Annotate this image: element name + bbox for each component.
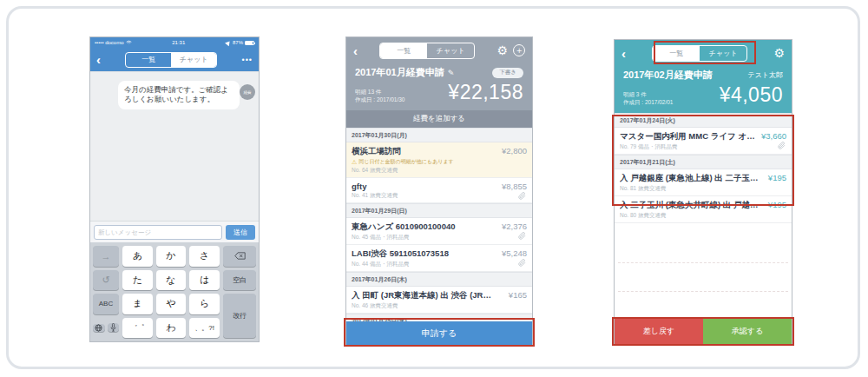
report-title: 2017年02月経費申請 [623, 69, 713, 82]
phone-chat-screen: ••••• docomo 21:31 87% ‹ 一覧 チャット ••• 今月の… [89, 36, 260, 342]
item-subtext: No. 81 旅費交通費 [620, 185, 786, 193]
kbd-dakuten-key[interactable]: ゛゜ [122, 318, 153, 339]
draft-status-badge: 下書き [492, 68, 523, 78]
item-subtext: No. 44 備品・消耗品費 [352, 261, 527, 268]
expense-list-item[interactable]: gfty ¥8,855 No. 41 旅費交通費 [346, 178, 532, 203]
japanese-kana-keyboard: → あ か さ ↺ た な は 空白 ABC ま や ら 改行 [90, 242, 259, 341]
screenshot-canvas: ••••• docomo 21:31 87% ‹ 一覧 チャット ••• 今月の… [0, 0, 868, 377]
report-meta: 明細 13 件 作成日 : 2017/01/30 [355, 88, 404, 105]
status-bar: ••••• docomo 21:31 87% [90, 37, 259, 48]
expense-list-item[interactable]: 入 二子玉川 (東急大井町線) 出 戸越… ¥195 No. 80 旅費交通費 [615, 196, 792, 223]
paperclip-icon [518, 232, 526, 240]
kbd-ha-key[interactable]: は [189, 270, 220, 291]
total-amount: ¥4,050 [720, 83, 783, 107]
kbd-abc-key[interactable]: ABC [93, 294, 119, 314]
date-section-header: 2017年01月24日(火) [615, 113, 792, 128]
expense-list-item[interactable]: 入 田町 (JR東海道本線) 出 渋谷 (JR… ¥165 No. 46 旅費交… [346, 287, 532, 314]
kbd-a-key[interactable]: あ [122, 246, 153, 267]
more-icon[interactable]: ••• [242, 56, 253, 64]
expense-list-item[interactable]: LABI渋谷 5911051073518 ¥5,248 No. 44 備品・消耗… [346, 245, 532, 272]
date-section-header: 2017年01月25日(水) [346, 314, 532, 321]
item-title: 入 二子玉川 (東急大井町線) 出 戸越… [620, 200, 786, 211]
wifi-icon [126, 40, 132, 45]
gear-icon[interactable]: ⚙ [496, 44, 508, 56]
tab-chat[interactable]: チャット [700, 46, 746, 61]
add-expense-button[interactable]: 経費を追加する [346, 110, 532, 128]
duplicate-warning-text: 同じ日付と金額の明細が他にもあります [358, 158, 453, 166]
tab-list[interactable]: 一覧 [126, 53, 171, 67]
total-amount: ¥22,158 [448, 81, 523, 104]
apply-button[interactable]: 申請する [346, 321, 532, 345]
gear-icon[interactable]: ⚙ [773, 47, 785, 59]
reject-button[interactable]: 差し戻す [615, 318, 703, 344]
tab-chat[interactable]: チャット [427, 43, 474, 58]
item-title: 横浜工場訪問 [352, 146, 527, 157]
expense-list-item[interactable]: 東急ハンズ 6010900100040 ¥2,376 No. 45 備品・消耗品… [346, 218, 532, 245]
expense-nav-bar: ‹ 一覧 チャット ⚙ [615, 40, 792, 66]
back-chevron-icon[interactable]: ‹ [96, 53, 101, 66]
detail-count: 明細 13 件 [355, 89, 381, 95]
kbd-ka-key[interactable]: か [156, 246, 187, 267]
item-title: LABI渋谷 5911051073518 [352, 248, 527, 260]
tab-list[interactable]: 一覧 [380, 43, 427, 58]
kbd-ya-key[interactable]: や [156, 294, 187, 314]
kbd-ra-key[interactable]: ら [189, 294, 220, 314]
item-amount: ¥3,660 [761, 131, 786, 141]
created-date: 作成日 : 2017/02/01 [623, 99, 673, 105]
kbd-next-key[interactable]: → [93, 246, 119, 267]
kbd-na-key[interactable]: な [156, 270, 187, 291]
item-amount: ¥195 [768, 173, 786, 182]
pencil-edit-icon[interactable]: ✎ [448, 69, 455, 77]
applicant-name: テスト太郎 [747, 70, 783, 80]
kbd-ma-key[interactable]: ま [122, 294, 153, 314]
back-chevron-icon[interactable]: ‹ [353, 44, 358, 57]
kbd-punct-key[interactable]: 、。?! [189, 318, 220, 339]
kbd-sa-key[interactable]: さ [189, 246, 220, 267]
back-chevron-icon[interactable]: ‹ [621, 47, 626, 60]
send-button[interactable]: 送信 [226, 225, 255, 240]
kbd-wa-key[interactable]: わ [156, 318, 187, 339]
message-input[interactable] [94, 225, 222, 240]
item-title: 東急ハンズ 6010900100040 [352, 222, 527, 233]
expense-list-item[interactable]: マスター国内利用 MMC ライフ オ… ¥3,660 No. 79 備品・消耗品… [615, 128, 792, 155]
chat-nav-bar: ‹ 一覧 チャット ••• [90, 48, 259, 71]
avatar: 経費 [240, 84, 255, 100]
list-chat-segmented-control: 一覧 チャット [652, 45, 747, 62]
plus-icon[interactable]: ＋ [513, 44, 525, 56]
paperclip-icon [518, 259, 526, 267]
kbd-return-key[interactable]: 改行 [223, 294, 256, 338]
paperclip-icon [778, 142, 786, 149]
message-input-row: 送信 [90, 221, 259, 242]
phone-expense-approval-screen: ‹ 一覧 チャット ⚙ 2017年02月経費申請 テスト太郎 明細 3 件 作成… [614, 39, 792, 345]
item-title: 入 田町 (JR東海道本線) 出 渋谷 (JR… [352, 290, 527, 301]
expense-list-item[interactable]: 横浜工場訪問 ¥2,800 ⚠同じ日付と金額の明細が他にもあります No. 64… [346, 142, 532, 178]
item-amount: ¥8,855 [502, 182, 527, 191]
expense-list: 2017年01月30日(月) 横浜工場訪問 ¥2,800 ⚠同じ日付と金額の明細… [346, 128, 532, 321]
item-subtext: No. 46 旅費交通費 [352, 302, 527, 310]
chat-message-bubble: 今月の経費申請です。ご確認よろしくお願いいたします。 [118, 81, 240, 109]
item-subtext: No. 80 旅費交通費 [620, 212, 786, 220]
kbd-backspace-key[interactable] [223, 246, 256, 267]
approve-button[interactable]: 承認する [703, 318, 792, 344]
location-icon [225, 39, 232, 46]
empty-row-divider [618, 262, 788, 263]
approval-button-row: 差し戻す 承認する [615, 318, 792, 344]
globe-icon[interactable] [93, 324, 105, 332]
date-section-header: 2017年01月29日(日) [346, 203, 532, 218]
tab-list[interactable]: 一覧 [653, 46, 700, 61]
kbd-space-key[interactable]: 空白 [223, 270, 256, 291]
backspace-icon [234, 252, 246, 260]
expense-list: 2017年01月24日(火) マスター国内利用 MMC ライフ オ… ¥3,66… [615, 113, 792, 318]
list-chat-segmented-control: 一覧 チャット [379, 43, 475, 59]
mic-icon[interactable] [108, 323, 120, 332]
expense-list-item[interactable]: 入 戸越銀座 (東急池上線) 出 二子玉… ¥195 No. 81 旅費交通費 [615, 169, 792, 196]
kbd-globe-mic-keys [93, 318, 119, 339]
tab-chat[interactable]: チャット [171, 53, 216, 67]
expense-header: 2017年01月経費申請 ✎ 下書き 明細 13 件 作成日 : 2017/01… [346, 63, 532, 110]
kbd-undo-key[interactable]: ↺ [93, 270, 119, 291]
paperclip-icon [518, 192, 526, 200]
kbd-ta-key[interactable]: た [122, 270, 153, 291]
phone-expense-draft-screen: ‹ 一覧 チャット ⚙ ＋ 2017年01月経費申請 ✎ 下書き 明細 13 件… [345, 36, 533, 346]
empty-row-divider [618, 291, 788, 292]
date-section-header: 2017年01月30日(月) [346, 128, 532, 142]
